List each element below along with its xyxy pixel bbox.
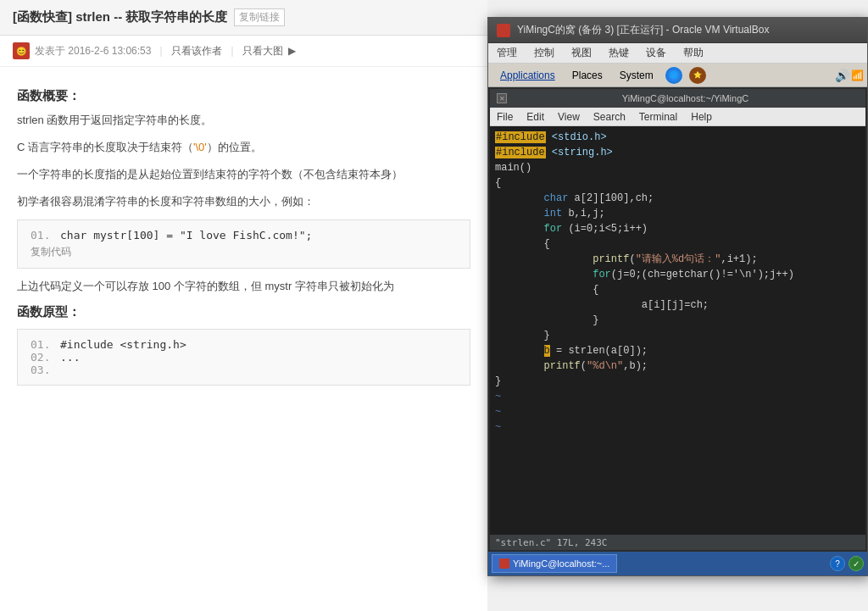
cursor-b: b	[544, 345, 550, 357]
code-line-brace1: {	[495, 175, 860, 191]
terminal-menu-search[interactable]: Search	[587, 108, 632, 125]
code-line-brace3: {	[495, 282, 860, 297]
terminal-menu-edit[interactable]: Edit	[520, 108, 551, 125]
code-line-for2: for(j=0;(ch=getchar()!='\n');j++)	[495, 267, 860, 282]
terminal-body: #include <stdio.h> #include <string.h> m…	[490, 126, 865, 535]
view-large-link[interactable]: 只看大图	[242, 44, 283, 58]
separator1: ｜	[156, 44, 166, 58]
include-keyword2: #include	[495, 147, 546, 158]
vbox-titlebar: YiMingC的窝 (备份 3) [正在运行] - Oracle VM Virt…	[488, 18, 867, 43]
system-menu[interactable]: System	[611, 68, 662, 83]
code-block-1: 01. char mystr[100] = "I love FishC.com!…	[17, 219, 470, 269]
vbox-menu-control[interactable]: 控制	[526, 43, 563, 63]
separator2: ｜	[227, 44, 237, 58]
blog-panel: [函数快查] strlen -- 获取字符串的长度 复制链接 😊 发表于 201…	[0, 0, 487, 611]
tilde1: ~	[495, 389, 860, 404]
author-filter-link[interactable]: 只看该作者	[171, 44, 222, 58]
code-line-brace5: }	[495, 328, 860, 343]
section1-title: 函数概要：	[17, 88, 470, 104]
vbox-menu-hotkey[interactable]: 热键	[600, 43, 637, 63]
code-line-for1: for (i=0;i<5;i++)	[495, 221, 860, 236]
star-icon: ⭐	[689, 67, 706, 84]
include-keyword1: #include	[495, 131, 546, 143]
code-block-2: 01. #include <string.h> 02. ... 03.	[17, 329, 470, 386]
terminal-title: YiMingC@localhost:~/YiMingC	[512, 93, 859, 103]
places-menu[interactable]: Places	[564, 68, 611, 83]
vbox-menu-device[interactable]: 设备	[637, 43, 675, 63]
vbox-menubar[interactable]: 管理 控制 视图 热键 设备 帮助	[488, 43, 867, 64]
code-line-include1: #include <stdio.h>	[495, 130, 860, 145]
virtualbox-window: YiMingC的窝 (备份 3) [正在运行] - Oracle VM Virt…	[487, 17, 868, 576]
vim-status-line: "strlen.c" 17L, 243C	[490, 535, 865, 550]
vbox-menu-help[interactable]: 帮助	[675, 43, 712, 63]
vm-taskbar: YiMingC@localhost:~... ? ✓	[488, 552, 867, 575]
highlight-char: '\0'	[193, 141, 207, 153]
applications-menu[interactable]: Applications	[492, 68, 564, 83]
code-line-include2: #include <string.h>	[495, 145, 860, 160]
code-line-2c: 03.	[31, 364, 457, 376]
terminal-titlebar: ✕ YiMingC@localhost:~/YiMingC	[490, 89, 865, 108]
code-line-brace2: {	[495, 236, 860, 252]
code-line-1: 01. char mystr[100] = "I love FishC.com!…	[31, 229, 457, 242]
line-num-2c: 03.	[31, 364, 52, 376]
code-line-main: main()	[495, 160, 860, 175]
tilde3: ~	[495, 419, 860, 435]
vbox-menu-manage[interactable]: 管理	[488, 43, 526, 63]
section2-title: 函数原型：	[17, 304, 470, 320]
code-content-2a: #include <string.h>	[60, 338, 186, 351]
blog-para2: C 语言字符串的长度取决于结束符（'\0'）的位置。	[17, 138, 470, 157]
code-line-strlen: b = strlen(a[0]);	[495, 343, 860, 358]
taskbar-terminal-icon	[499, 558, 509, 569]
taskbar-terminal-label: YiMingC@localhost:~...	[513, 558, 609, 569]
globe-icon: 🌐	[665, 67, 682, 84]
blog-para5: 上边代码定义一个可以存放 100 个字符的数组，但 mystr 字符串只被初始化…	[17, 277, 470, 296]
terminal-menu-help[interactable]: Help	[684, 108, 719, 125]
code-line-char: char a[2][100],ch;	[495, 191, 860, 206]
code-line-2a: 01. #include <string.h>	[31, 338, 457, 351]
blog-meta: 😊 发表于 2016-2-6 13:06:53 ｜ 只看该作者 ｜ 只看大图 ▶	[0, 36, 487, 67]
code-line-printf1: printf("请输入%d句话：",i+1);	[495, 252, 860, 267]
code-content-1: char mystr[100] = "I love FishC.com!";	[60, 229, 312, 242]
post-date: 发表于 2016-2-6 13:06:53	[35, 44, 151, 58]
blog-title: [函数快查] strlen -- 获取字符串的长度	[13, 9, 227, 25]
line-num-1: 01.	[31, 229, 52, 242]
taskbar-terminal-button[interactable]: YiMingC@localhost:~...	[492, 554, 617, 573]
code-line-brace4: }	[495, 313, 860, 328]
terminal-close-button[interactable]: ✕	[497, 93, 507, 103]
blog-para4: 初学者很容易混淆字符串的长度和字符串数组的大小，例如：	[17, 192, 470, 211]
network-icon: 📶	[851, 69, 864, 81]
code-line-brace6: }	[495, 374, 860, 389]
terminal-menubar[interactable]: File Edit View Search Terminal Help	[490, 108, 865, 126]
speaker-icon: 🔊	[835, 69, 849, 82]
system-tray: ? ✓	[830, 556, 864, 571]
tilde2: ~	[495, 404, 860, 419]
code-line-assign: a[i][j]=ch;	[495, 297, 860, 313]
tray-icon-help[interactable]: ?	[830, 556, 845, 571]
vbox-window-title: YiMingC的窝 (备份 3) [正在运行] - Oracle VM Virt…	[517, 23, 859, 37]
code-content-2b: ...	[60, 351, 80, 364]
tray-icon-check[interactable]: ✓	[849, 556, 864, 571]
author-avatar: 😊	[13, 42, 30, 59]
line-num-2a: 01.	[31, 338, 52, 351]
guest-os-toolbar: Applications Places System 🌐 ⭐ 🔊 📶	[488, 64, 867, 87]
vbox-menu-view[interactable]: 视图	[563, 43, 600, 63]
terminal-menu-view[interactable]: View	[551, 108, 587, 125]
terminal-window: ✕ YiMingC@localhost:~/YiMingC File Edit …	[490, 89, 865, 550]
arrow-icon: ▶	[288, 45, 296, 57]
code-line-printf2: printf("%d\n",b);	[495, 358, 860, 374]
vbox-app-icon	[497, 24, 510, 37]
blog-content: 函数概要： strlen 函数用于返回指定字符串的长度。 C 语言字符串的长度取…	[0, 67, 487, 602]
copy-code-button[interactable]: 复制代码	[31, 245, 71, 259]
line-num-2b: 02.	[31, 351, 52, 364]
code-line-int: int b,i,j;	[495, 206, 860, 221]
blog-para1: strlen 函数用于返回指定字符串的长度。	[17, 111, 470, 130]
terminal-menu-file[interactable]: File	[490, 108, 520, 125]
terminal-menu-terminal[interactable]: Terminal	[632, 108, 684, 125]
blog-para3: 一个字符串的长度指的是从起始位置到结束符的字符个数（不包含结束符本身）	[17, 165, 470, 184]
code-line-2b: 02. ...	[31, 351, 457, 364]
copy-link-button[interactable]: 复制链接	[234, 8, 285, 26]
blog-title-bar: [函数快查] strlen -- 获取字符串的长度 复制链接	[0, 0, 487, 36]
